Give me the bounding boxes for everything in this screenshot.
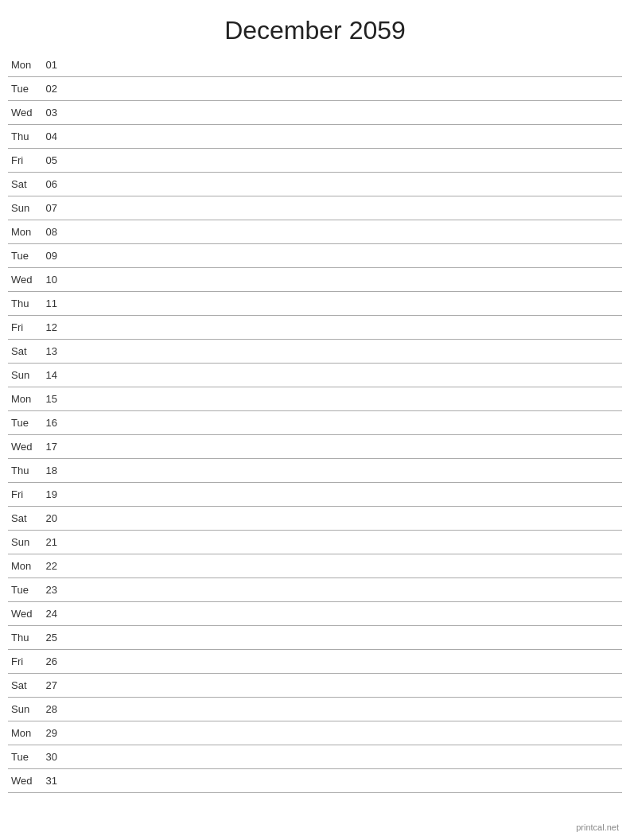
day-row: Sun21 xyxy=(8,531,622,554)
day-row: Tue16 xyxy=(8,411,622,435)
day-row: Thu25 xyxy=(8,626,622,650)
day-number: 20 xyxy=(40,512,62,524)
day-number: 22 xyxy=(40,560,62,572)
day-line xyxy=(62,255,622,256)
day-line xyxy=(62,136,622,137)
day-number: 03 xyxy=(40,107,62,119)
day-number: 21 xyxy=(40,536,62,548)
day-number: 05 xyxy=(40,154,62,166)
day-row: Sat06 xyxy=(8,173,622,196)
day-number: 08 xyxy=(40,226,62,238)
day-number: 10 xyxy=(40,274,62,286)
day-name: Mon xyxy=(8,560,40,572)
day-name: Wed xyxy=(8,775,40,787)
day-row: Fri12 xyxy=(8,316,622,340)
day-row: Mon08 xyxy=(8,220,622,244)
day-line xyxy=(62,351,622,352)
day-line xyxy=(62,756,622,757)
day-row: Thu04 xyxy=(8,125,622,149)
day-line xyxy=(62,518,622,519)
day-name: Tue xyxy=(8,584,40,596)
day-name: Sun xyxy=(8,202,40,214)
day-number: 19 xyxy=(40,488,62,500)
day-name: Thu xyxy=(8,465,40,476)
day-row: Tue02 xyxy=(8,77,622,101)
day-line xyxy=(62,709,622,710)
day-line xyxy=(62,589,622,590)
day-number: 17 xyxy=(40,441,62,453)
day-name: Fri xyxy=(8,154,40,166)
day-name: Wed xyxy=(8,608,40,620)
day-line xyxy=(62,399,622,399)
day-row: Wed24 xyxy=(8,602,622,626)
day-number: 29 xyxy=(40,727,62,739)
day-row: Sun28 xyxy=(8,698,622,721)
day-line xyxy=(62,566,622,566)
day-name: Thu xyxy=(8,298,40,309)
day-number: 31 xyxy=(40,775,62,787)
day-row: Wed31 xyxy=(8,769,622,793)
day-line xyxy=(62,375,622,375)
day-row: Wed03 xyxy=(8,101,622,125)
day-number: 02 xyxy=(40,83,62,95)
page-title: December 2059 xyxy=(0,0,630,53)
day-number: 01 xyxy=(40,59,62,71)
day-row: Sat20 xyxy=(8,507,622,531)
day-row: Tue30 xyxy=(8,745,622,769)
day-line xyxy=(62,470,622,471)
day-row: Fri19 xyxy=(8,483,622,507)
day-row: Mon15 xyxy=(8,387,622,411)
day-number: 18 xyxy=(40,465,62,476)
day-line xyxy=(62,613,622,614)
day-row: Mon22 xyxy=(8,554,622,578)
day-line xyxy=(62,542,622,542)
day-line xyxy=(62,279,622,280)
day-number: 24 xyxy=(40,608,62,620)
day-row: Mon29 xyxy=(8,721,622,745)
day-line xyxy=(62,64,622,65)
day-number: 07 xyxy=(40,202,62,214)
day-name: Fri xyxy=(8,321,40,333)
day-row: Thu11 xyxy=(8,292,622,316)
day-row: Sun14 xyxy=(8,364,622,387)
day-line xyxy=(62,327,622,328)
day-number: 30 xyxy=(40,751,62,763)
day-name: Mon xyxy=(8,226,40,238)
day-number: 14 xyxy=(40,369,62,381)
day-line xyxy=(62,231,622,232)
day-number: 16 xyxy=(40,417,62,429)
day-name: Mon xyxy=(8,393,40,405)
day-number: 15 xyxy=(40,393,62,405)
day-name: Tue xyxy=(8,751,40,763)
day-row: Fri26 xyxy=(8,650,622,674)
day-name: Sat xyxy=(8,512,40,524)
day-name: Sat xyxy=(8,178,40,190)
day-row: Wed17 xyxy=(8,435,622,459)
day-name: Wed xyxy=(8,274,40,286)
day-name: Wed xyxy=(8,441,40,453)
day-name: Fri xyxy=(8,488,40,500)
day-line xyxy=(62,160,622,161)
day-row: Sat27 xyxy=(8,674,622,698)
day-name: Tue xyxy=(8,83,40,95)
day-number: 26 xyxy=(40,655,62,667)
day-name: Thu xyxy=(8,632,40,644)
day-name: Sun xyxy=(8,536,40,548)
day-name: Mon xyxy=(8,727,40,739)
day-row: Sun07 xyxy=(8,196,622,220)
day-row: Tue09 xyxy=(8,244,622,268)
day-name: Tue xyxy=(8,417,40,429)
day-number: 25 xyxy=(40,632,62,644)
day-line xyxy=(62,88,622,89)
day-number: 27 xyxy=(40,679,62,691)
day-line xyxy=(62,208,622,208)
day-line xyxy=(62,184,622,185)
day-number: 09 xyxy=(40,250,62,262)
day-line xyxy=(62,661,622,662)
day-line xyxy=(62,303,622,304)
day-number: 13 xyxy=(40,345,62,357)
day-line xyxy=(62,780,622,781)
day-name: Thu xyxy=(8,130,40,142)
day-row: Sat13 xyxy=(8,340,622,364)
day-line xyxy=(62,637,622,638)
